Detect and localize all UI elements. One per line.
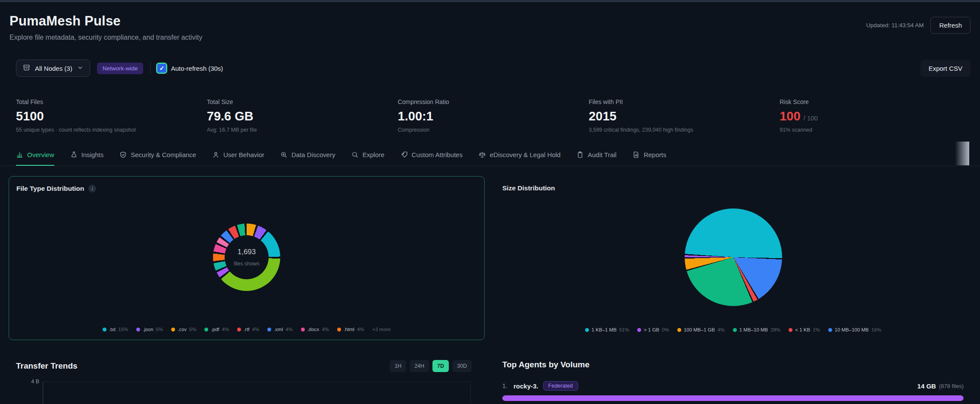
tab-label: Explore [363, 151, 385, 158]
export-csv-button[interactable]: Export CSV [921, 60, 971, 77]
range-button-30d[interactable]: 30D [452, 360, 472, 372]
time-range-group: 1H24H7D30D [390, 360, 472, 372]
search-plus-icon [280, 151, 288, 158]
legend-percent: 5% [156, 327, 163, 332]
tab-overview[interactable]: Overview [16, 151, 54, 166]
tab-custom-attributes[interactable]: Custom Attributes [401, 151, 463, 166]
legend-percent: 5% [189, 327, 197, 332]
legend-item[interactable]: .docx4% [301, 327, 329, 332]
node-selector[interactable]: All Nodes (3) [16, 60, 90, 77]
legend-item[interactable]: < 1 KB1% [789, 327, 820, 332]
tab-security-compliance[interactable]: Security & Compliance [119, 151, 196, 166]
legend-label: .pdf [211, 327, 219, 332]
legend-item[interactable]: .pdf4% [204, 327, 229, 332]
stat-card-files-with-pii: Files with PII20153,599 critical finding… [589, 98, 780, 133]
agent-badge: Federated [543, 381, 578, 391]
legend-item[interactable]: 1 KB–1 MB51% [585, 327, 629, 332]
tab-scrollbar-thumb[interactable] [955, 142, 969, 165]
bottom-grid: Transfer Trends 1H24H7D30D 4 B Top Agent… [9, 360, 971, 404]
legend-item[interactable]: .rtf4% [237, 327, 259, 332]
agent-row[interactable]: 1.rocky-3.Federated14 GB(878 files) [502, 381, 964, 401]
legend-label: < 1 KB [795, 327, 810, 332]
clipboard-icon [576, 151, 584, 158]
legend-item[interactable]: > 1 GB0% [637, 327, 669, 332]
y-axis-tick: 4 B [16, 379, 43, 404]
tab-label: Insights [81, 151, 104, 158]
legend-dot [103, 328, 106, 331]
legend-label: .txt [109, 327, 116, 332]
size-legend: 1 KB–1 MB51%> 1 GB0%100 MB–1 GB4%1 MB–10… [495, 327, 971, 332]
panel-grid: File Type Distribution i 1,693 files sho… [9, 176, 971, 340]
legend-item[interactable]: .html4% [337, 327, 364, 332]
legend-label: 10 MB–100 MB [835, 327, 869, 332]
filter-bar: All Nodes (3) Network-wide ✓ Auto-refres… [0, 60, 980, 77]
tab-ediscovery-legal-hold[interactable]: eDiscovery & Legal Hold [479, 151, 560, 166]
legend-percent: 15% [118, 327, 128, 332]
top-agents-section: Top Agents by Volume 1.rocky-3.Federated… [495, 360, 971, 404]
legend-label: 1 KB–1 MB [592, 327, 617, 332]
filter-left: All Nodes (3) Network-wide ✓ Auto-refres… [16, 60, 223, 77]
legend-item[interactable]: 10 MB–100 MB16% [828, 327, 881, 332]
legend-dot [204, 328, 208, 331]
size-pie-chart[interactable] [685, 208, 782, 306]
transfer-trends-section: Transfer Trends 1H24H7D30D 4 B [9, 360, 485, 404]
legend-dot [677, 328, 681, 332]
file-type-donut-chart[interactable]: 1,693 files shown [213, 224, 280, 291]
tab-label: eDiscovery & Legal Hold [490, 151, 560, 158]
dashboard-root: { "header": { "title": "PumaMesh Pulse",… [0, 0, 980, 404]
legend-percent: 4% [322, 327, 329, 332]
file-type-legend: .txt15%.json5%.csv5%.pdf4%.rtf4%.xml4%.d… [9, 327, 484, 332]
stat-value: 5100 [16, 109, 207, 123]
legend-percent: 51% [619, 327, 629, 332]
tab-reports[interactable]: Reports [632, 151, 667, 166]
legend-dot [171, 328, 175, 331]
agent-name: rocky-3. [513, 382, 539, 390]
tab-audit-trail[interactable]: Audit Trail [576, 151, 617, 166]
legend-item[interactable]: .xml4% [267, 327, 293, 332]
legend-percent: 4% [222, 327, 229, 332]
legend-label: .docx [307, 327, 319, 332]
header-right: Updated: 11:43:54 AM Refresh [866, 17, 971, 34]
tag-icon [401, 151, 408, 158]
page-title: PumaMesh Pulse [9, 13, 971, 29]
legend-percent: 4% [252, 327, 260, 332]
auto-refresh-checkbox[interactable]: ✓ [157, 64, 166, 73]
tab-data-discovery[interactable]: Data Discovery [280, 151, 335, 166]
legend-item[interactable]: .csv5% [171, 327, 196, 332]
stat-subtext: 3,599 critical findings, 239,040 high fi… [589, 127, 780, 133]
search-icon [351, 151, 359, 158]
chevron-down-icon [77, 65, 83, 72]
stat-subtext: 91% scanned [780, 127, 971, 133]
legend-dot [337, 328, 341, 331]
file-type-panel-title: File Type Distribution [16, 185, 84, 193]
legend-more[interactable]: +3 more [373, 327, 391, 332]
legend-item[interactable]: 1 MB–10 MB28% [733, 327, 781, 332]
stat-value: 100/ 100 [780, 109, 971, 123]
scales-icon [479, 151, 486, 158]
legend-item[interactable]: .json5% [136, 327, 163, 332]
legend-percent: 4% [285, 327, 293, 332]
transfer-trends-chart[interactable]: 4 B [9, 382, 485, 404]
legend-percent: 1% [813, 327, 820, 332]
tab-user-behavior[interactable]: User Behavior [212, 151, 264, 166]
legend-item[interactable]: 100 MB–1 GB4% [677, 327, 725, 332]
legend-item[interactable]: .txt15% [103, 327, 128, 332]
tab-label: Overview [27, 151, 54, 158]
stat-label: Risk Score [780, 98, 971, 105]
tab-insights[interactable]: Insights [70, 151, 104, 166]
legend-label: .html [344, 327, 354, 332]
bar-chart-icon [16, 151, 23, 158]
stat-label: Total Files [16, 98, 207, 105]
range-button-24h[interactable]: 24H [410, 360, 429, 372]
legend-dot [237, 328, 241, 331]
tab-explore[interactable]: Explore [351, 151, 385, 166]
agent-volume-fill [502, 395, 964, 401]
legend-label: .xml [274, 327, 283, 332]
info-icon[interactable]: i [88, 185, 96, 193]
refresh-button[interactable]: Refresh [930, 17, 971, 34]
range-button-7d[interactable]: 7D [432, 360, 449, 372]
agent-volume-bar [502, 395, 964, 401]
range-button-1h[interactable]: 1H [390, 360, 406, 372]
auto-refresh-toggle[interactable]: ✓ Auto-refresh (30s) [157, 64, 223, 73]
report-icon [632, 151, 640, 158]
